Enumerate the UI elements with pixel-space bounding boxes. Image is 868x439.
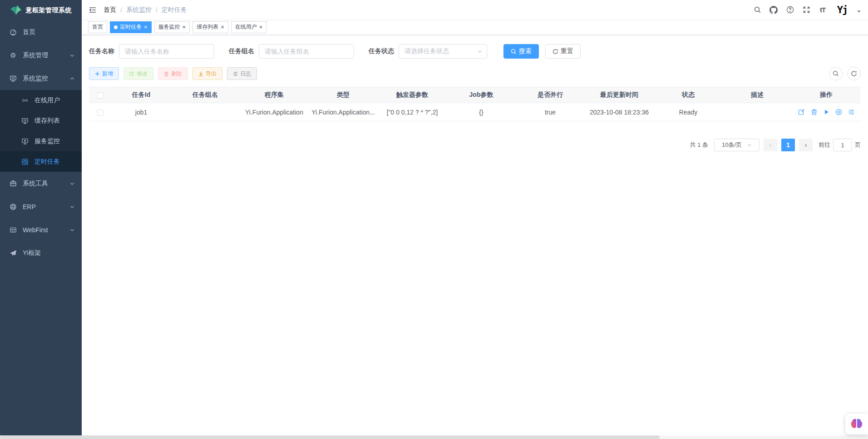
- pagination-total: 共 1 条: [690, 141, 708, 149]
- page-size-select[interactable]: 10条/页: [714, 139, 760, 151]
- goto-page-input[interactable]: [833, 139, 852, 151]
- caret-down-icon[interactable]: [857, 10, 861, 13]
- sidebar-item-scheduled-tasks[interactable]: 定时任务: [0, 151, 82, 172]
- cell-last-updated: 2023-10-08 18:23:36: [585, 103, 654, 121]
- tab-label: 在线用户: [235, 23, 257, 31]
- task-status-field-group: 任务状态 请选择任务状态: [369, 44, 487, 59]
- table-search-toggle-button[interactable]: [829, 67, 843, 80]
- sidebar-item-home[interactable]: 首页: [0, 20, 82, 44]
- breadcrumb-current: 定时任务: [162, 6, 187, 14]
- sidebar-item-cache-list[interactable]: 缓存列表: [0, 110, 82, 131]
- breadcrumb-home[interactable]: 首页: [104, 6, 116, 14]
- sidebar: 意框架管理系统 首页 ⚙ 系统管理: [0, 0, 82, 439]
- task-group-label: 任务组名: [229, 47, 254, 55]
- tab-home[interactable]: 首页: [88, 21, 107, 33]
- table-row[interactable]: job1 Yi.Furion.Application Yi.Furion.App…: [89, 103, 861, 121]
- chevron-down-icon: [70, 228, 74, 232]
- log-button[interactable]: 日志: [227, 67, 257, 80]
- task-group-input[interactable]: [259, 44, 354, 59]
- add-button[interactable]: 新增: [89, 67, 119, 80]
- row-actions: [794, 109, 859, 115]
- sidebar-item-label: 在线用户: [35, 96, 74, 105]
- sidebar-item-label: 缓存列表: [35, 117, 74, 125]
- column-task-id: 任务Id: [112, 87, 171, 103]
- task-status-select[interactable]: 请选择任务状态: [399, 44, 487, 59]
- active-dot-icon: [114, 25, 118, 29]
- close-icon[interactable]: ×: [221, 24, 224, 30]
- goto-label: 前往: [819, 141, 830, 149]
- edit-button[interactable]: 修改: [123, 67, 153, 80]
- column-status: 状态: [654, 87, 723, 103]
- page-number-1[interactable]: 1: [781, 139, 795, 151]
- row-checkbox[interactable]: [97, 110, 104, 116]
- reset-button-label: 重置: [561, 47, 573, 55]
- sidebar-item-yi-framework[interactable]: Yi框架: [0, 241, 82, 264]
- font-size-icon[interactable]: tT: [818, 5, 827, 15]
- sidebar-item-erp[interactable]: ERP: [0, 195, 82, 218]
- column-description: 描述: [723, 87, 792, 103]
- avatar[interactable]: Yj: [834, 2, 850, 18]
- trash-icon: [164, 71, 169, 76]
- horizontal-scrollbar[interactable]: [0, 435, 868, 439]
- column-actions: 操作: [792, 87, 861, 103]
- column-group-name: 任务组名: [171, 87, 240, 103]
- fullscreen-icon[interactable]: [802, 5, 811, 15]
- sidebar-item-system-mgmt[interactable]: ⚙ 系统管理: [0, 44, 82, 67]
- close-icon[interactable]: ×: [259, 24, 263, 30]
- page-content: 任务名称 任务组名 任务状态 请选择任务状态: [82, 35, 868, 439]
- tab-scheduled-tasks[interactable]: 定时任务 ×: [110, 21, 152, 33]
- sidebar-item-label: 首页: [23, 28, 74, 36]
- next-page-button[interactable]: ›: [799, 139, 813, 151]
- tags-view-bar: 首页 定时任务 × 服务监控 × 缓存列表 × 在线用户 ×: [82, 20, 868, 35]
- sidebar-item-system-tools[interactable]: 系统工具: [0, 172, 82, 195]
- breadcrumb-separator: /: [120, 6, 122, 14]
- cell-group-name: [171, 103, 240, 121]
- app-logo[interactable]: 意框架管理系统: [0, 0, 82, 20]
- run-icon[interactable]: [824, 109, 829, 115]
- sidebar-collapse-button[interactable]: [82, 0, 104, 20]
- task-name-field-group: 任务名称: [89, 44, 214, 59]
- sidebar-item-online-users[interactable]: 在线用户: [0, 90, 82, 110]
- column-type: 类型: [309, 87, 378, 103]
- view-icon[interactable]: [835, 109, 842, 115]
- prev-page-button[interactable]: ‹: [764, 139, 777, 151]
- gear-icon: ⚙: [9, 51, 17, 60]
- github-icon[interactable]: [769, 5, 778, 15]
- sidebar-item-webfirst[interactable]: WebFirst: [0, 218, 82, 241]
- navbar: 首页 / 系统监控 / 定时任务: [82, 0, 868, 20]
- search-form: 任务名称 任务组名 任务状态 请选择任务状态: [89, 44, 861, 59]
- chevron-down-icon: [70, 205, 74, 209]
- browser-extension-button[interactable]: [845, 414, 868, 434]
- export-button[interactable]: 导出: [192, 67, 222, 80]
- scrollbar-thumb[interactable]: [0, 435, 660, 439]
- close-icon[interactable]: ×: [144, 24, 148, 30]
- sidebar-item-server-monitor[interactable]: 服务监控: [0, 131, 82, 151]
- sidebar-item-label: 系统管理: [23, 51, 70, 60]
- toolbox-icon: [9, 180, 17, 188]
- search-button[interactable]: 搜索: [503, 44, 539, 59]
- edit-icon[interactable]: [798, 109, 805, 115]
- dashboard-icon: [9, 28, 17, 36]
- operation-icon[interactable]: [848, 109, 855, 115]
- select-placeholder: 请选择任务状态: [404, 47, 449, 55]
- table-refresh-button[interactable]: [847, 67, 861, 80]
- goto-page-group: 前往 页: [819, 139, 861, 151]
- help-icon[interactable]: [785, 5, 794, 15]
- tab-cache-list[interactable]: 缓存列表 ×: [192, 21, 228, 33]
- table-utility-buttons: [829, 67, 861, 80]
- tab-server-monitor[interactable]: 服务监控 ×: [154, 21, 190, 33]
- sidebar-item-label: WebFirst: [23, 226, 70, 234]
- task-name-input[interactable]: [119, 44, 214, 59]
- close-icon[interactable]: ×: [182, 24, 186, 30]
- sidebar-item-system-monitor[interactable]: 系统监控: [0, 67, 82, 90]
- search-icon[interactable]: [753, 5, 762, 15]
- tab-online-users[interactable]: 在线用户 ×: [231, 21, 267, 33]
- reset-button[interactable]: 重置: [545, 44, 581, 59]
- delete-icon[interactable]: [811, 109, 818, 115]
- chevron-down-icon: [478, 49, 482, 54]
- main-area: 首页 / 系统监控 / 定时任务: [82, 0, 868, 439]
- sidebar-item-label: ERP: [23, 203, 70, 210]
- delete-button[interactable]: 删除: [158, 67, 188, 80]
- search-icon: [511, 49, 517, 55]
- select-all-checkbox[interactable]: [97, 92, 104, 99]
